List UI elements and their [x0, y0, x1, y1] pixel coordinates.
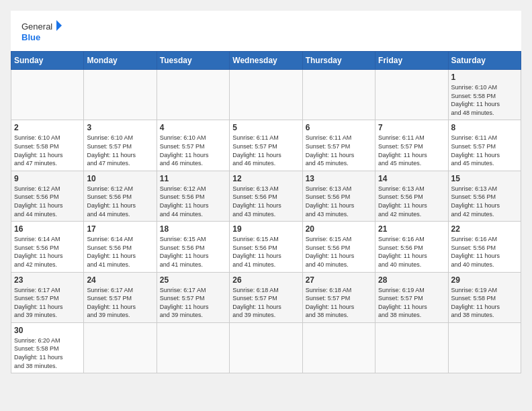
day-header-tuesday: Tuesday: [157, 52, 229, 70]
calendar-cell: 9Sunrise: 6:12 AM Sunset: 5:56 PM Daylig…: [11, 171, 84, 221]
day-info: Sunrise: 6:11 AM Sunset: 5:57 PM Dayligh…: [306, 134, 372, 167]
calendar-cell: [84, 70, 157, 120]
calendar-cell: [157, 322, 229, 373]
calendar-cell: [157, 70, 229, 120]
calendar-cell: 17Sunrise: 6:14 AM Sunset: 5:56 PM Dayli…: [84, 222, 157, 272]
calendar-cell: 10Sunrise: 6:12 AM Sunset: 5:56 PM Dayli…: [84, 171, 157, 221]
day-info: Sunrise: 6:10 AM Sunset: 5:57 PM Dayligh…: [87, 134, 153, 167]
calendar-cell: 25Sunrise: 6:17 AM Sunset: 5:57 PM Dayli…: [157, 272, 229, 322]
day-number: 10: [87, 174, 153, 183]
calendar-cell: 7Sunrise: 6:11 AM Sunset: 5:57 PM Daylig…: [375, 120, 448, 171]
day-info: Sunrise: 6:12 AM Sunset: 5:56 PM Dayligh…: [160, 185, 226, 218]
day-info: Sunrise: 6:17 AM Sunset: 5:57 PM Dayligh…: [87, 286, 153, 320]
calendar-table: SundayMondayTuesdayWednesdayThursdayFrid…: [11, 51, 521, 373]
calendar-cell: 23Sunrise: 6:17 AM Sunset: 5:57 PM Dayli…: [11, 272, 84, 322]
day-number: 28: [378, 275, 445, 285]
day-number: 5: [232, 123, 299, 132]
calendar-cell: [448, 322, 521, 373]
day-number: 18: [160, 224, 226, 234]
calendar-cell: 21Sunrise: 6:16 AM Sunset: 5:56 PM Dayli…: [375, 222, 448, 272]
day-info: Sunrise: 6:12 AM Sunset: 5:56 PM Dayligh…: [87, 185, 153, 218]
day-number: 2: [14, 123, 81, 132]
calendar-cell: 30Sunrise: 6:20 AM Sunset: 5:58 PM Dayli…: [11, 322, 84, 373]
day-number: 11: [160, 174, 226, 183]
day-info: Sunrise: 6:13 AM Sunset: 5:56 PM Dayligh…: [306, 185, 372, 218]
day-info: Sunrise: 6:15 AM Sunset: 5:56 PM Dayligh…: [306, 235, 372, 269]
calendar-cell: 8Sunrise: 6:11 AM Sunset: 5:57 PM Daylig…: [448, 120, 521, 171]
calendar-cell: [230, 322, 302, 373]
calendar-row-2: 9Sunrise: 6:12 AM Sunset: 5:56 PM Daylig…: [11, 171, 521, 221]
calendar-cell: [302, 70, 375, 120]
day-info: Sunrise: 6:11 AM Sunset: 5:57 PM Dayligh…: [451, 134, 518, 167]
day-info: Sunrise: 6:18 AM Sunset: 5:57 PM Dayligh…: [232, 286, 299, 320]
day-info: Sunrise: 6:14 AM Sunset: 5:56 PM Dayligh…: [14, 235, 81, 269]
day-number: 6: [306, 123, 372, 132]
calendar-cell: 14Sunrise: 6:13 AM Sunset: 5:56 PM Dayli…: [375, 171, 448, 221]
day-number: 22: [451, 224, 518, 234]
calendar-cell: 29Sunrise: 6:19 AM Sunset: 5:58 PM Dayli…: [448, 272, 521, 322]
logo-svg: General Blue: [21, 19, 62, 46]
calendar-cell: [375, 70, 448, 120]
calendar-row-0: 1Sunrise: 6:10 AM Sunset: 5:58 PM Daylig…: [11, 70, 521, 120]
calendar-row-5: 30Sunrise: 6:20 AM Sunset: 5:58 PM Dayli…: [11, 322, 521, 373]
calendar-cell: [230, 70, 302, 120]
day-number: 27: [306, 275, 372, 285]
calendar-cell: 16Sunrise: 6:14 AM Sunset: 5:56 PM Dayli…: [11, 222, 84, 272]
day-header-sunday: Sunday: [11, 52, 84, 70]
calendar-row-1: 2Sunrise: 6:10 AM Sunset: 5:58 PM Daylig…: [11, 120, 521, 171]
day-info: Sunrise: 6:17 AM Sunset: 5:57 PM Dayligh…: [14, 286, 81, 320]
day-number: 17: [87, 224, 153, 234]
calendar-cell: 3Sunrise: 6:10 AM Sunset: 5:57 PM Daylig…: [84, 120, 157, 171]
calendar-header: General Blue: [11, 11, 521, 51]
calendar-cell: 12Sunrise: 6:13 AM Sunset: 5:56 PM Dayli…: [230, 171, 302, 221]
day-number: 15: [451, 174, 518, 183]
day-number: 23: [14, 275, 81, 285]
calendar-cell: 18Sunrise: 6:15 AM Sunset: 5:56 PM Dayli…: [157, 222, 229, 272]
day-header-saturday: Saturday: [448, 52, 521, 70]
svg-text:General: General: [21, 21, 52, 32]
day-info: Sunrise: 6:11 AM Sunset: 5:57 PM Dayligh…: [232, 134, 299, 167]
day-info: Sunrise: 6:10 AM Sunset: 5:57 PM Dayligh…: [160, 134, 226, 167]
day-info: Sunrise: 6:16 AM Sunset: 5:56 PM Dayligh…: [451, 235, 518, 269]
day-number: 26: [232, 275, 299, 285]
day-number: 9: [14, 174, 81, 183]
day-info: Sunrise: 6:10 AM Sunset: 5:58 PM Dayligh…: [451, 83, 518, 117]
day-number: 13: [306, 174, 372, 183]
day-info: Sunrise: 6:18 AM Sunset: 5:57 PM Dayligh…: [306, 286, 372, 320]
logo: General Blue: [21, 19, 62, 46]
day-info: Sunrise: 6:12 AM Sunset: 5:56 PM Dayligh…: [14, 185, 81, 218]
calendar-cell: 13Sunrise: 6:13 AM Sunset: 5:56 PM Dayli…: [302, 171, 375, 221]
day-header-friday: Friday: [375, 52, 448, 70]
calendar-cell: 24Sunrise: 6:17 AM Sunset: 5:57 PM Dayli…: [84, 272, 157, 322]
day-number: 24: [87, 275, 153, 285]
calendar-cell: 27Sunrise: 6:18 AM Sunset: 5:57 PM Dayli…: [302, 272, 375, 322]
day-number: 30: [14, 326, 81, 335]
day-header-monday: Monday: [84, 52, 157, 70]
day-number: 12: [232, 174, 299, 183]
day-info: Sunrise: 6:13 AM Sunset: 5:56 PM Dayligh…: [451, 185, 518, 218]
calendar-cell: 19Sunrise: 6:15 AM Sunset: 5:56 PM Dayli…: [230, 222, 302, 272]
calendar-cell: [84, 322, 157, 373]
calendar-cell: 1Sunrise: 6:10 AM Sunset: 5:58 PM Daylig…: [448, 70, 521, 120]
day-info: Sunrise: 6:14 AM Sunset: 5:56 PM Dayligh…: [87, 235, 153, 269]
calendar-cell: 2Sunrise: 6:10 AM Sunset: 5:58 PM Daylig…: [11, 120, 84, 171]
calendar-cell: [302, 322, 375, 373]
day-info: Sunrise: 6:16 AM Sunset: 5:56 PM Dayligh…: [378, 235, 445, 269]
calendar-cell: 4Sunrise: 6:10 AM Sunset: 5:57 PM Daylig…: [157, 120, 229, 171]
calendar-row-4: 23Sunrise: 6:17 AM Sunset: 5:57 PM Dayli…: [11, 272, 521, 322]
calendar-cell: 6Sunrise: 6:11 AM Sunset: 5:57 PM Daylig…: [302, 120, 375, 171]
day-info: Sunrise: 6:19 AM Sunset: 5:58 PM Dayligh…: [451, 286, 518, 320]
day-info: Sunrise: 6:15 AM Sunset: 5:56 PM Dayligh…: [232, 235, 299, 269]
calendar-cell: 11Sunrise: 6:12 AM Sunset: 5:56 PM Dayli…: [157, 171, 229, 221]
day-info: Sunrise: 6:15 AM Sunset: 5:56 PM Dayligh…: [160, 235, 226, 269]
day-info: Sunrise: 6:17 AM Sunset: 5:57 PM Dayligh…: [160, 286, 226, 320]
day-number: 3: [87, 123, 153, 132]
svg-text:Blue: Blue: [21, 32, 40, 42]
day-number: 29: [451, 275, 518, 285]
day-info: Sunrise: 6:10 AM Sunset: 5:58 PM Dayligh…: [14, 134, 81, 167]
day-number: 20: [306, 224, 372, 234]
calendar-cell: 20Sunrise: 6:15 AM Sunset: 5:56 PM Dayli…: [302, 222, 375, 272]
day-info: Sunrise: 6:13 AM Sunset: 5:56 PM Dayligh…: [378, 185, 445, 218]
calendar-cell: 5Sunrise: 6:11 AM Sunset: 5:57 PM Daylig…: [230, 120, 302, 171]
day-number: 19: [232, 224, 299, 234]
